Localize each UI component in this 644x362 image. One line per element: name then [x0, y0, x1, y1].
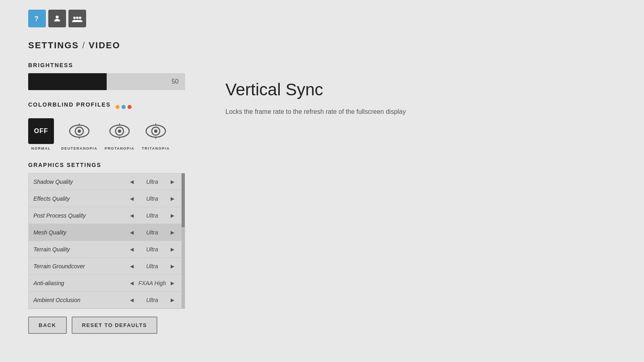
- svg-point-3: [76, 16, 78, 19]
- page-title-suffix: VIDEO: [89, 40, 120, 50]
- colorblind-dots: [116, 105, 132, 109]
- row-label-effects-quality: Effects Quality: [33, 195, 128, 202]
- row-value: Ultra: [136, 212, 168, 219]
- row-left-arrow[interactable]: ◀: [128, 194, 136, 203]
- colorblind-options: OFF NORMAL DEUTERANOPIA: [28, 118, 221, 150]
- svg-point-7: [78, 130, 81, 133]
- dot-red: [128, 105, 132, 109]
- svg-point-2: [73, 16, 76, 19]
- eye-tritanopia: [143, 118, 169, 144]
- svg-point-4: [79, 16, 81, 19]
- brightness-label: BRIGHTNESS: [28, 62, 221, 68]
- colorblind-option-protanopia[interactable]: PROTANOPIA: [105, 118, 134, 150]
- row-left-arrow[interactable]: ◀: [128, 177, 136, 186]
- colorblind-option-normal[interactable]: OFF NORMAL: [28, 118, 54, 150]
- page-title-separator: /: [79, 40, 89, 50]
- colorblind-section: COLORBLIND PROFILES OFF NORMAL: [28, 101, 221, 150]
- graphics-row[interactable]: Mesh Quality◀Ultra▶: [29, 224, 185, 241]
- info-description: Locks the frame rate to the refresh rate…: [225, 107, 467, 117]
- row-right-arrow[interactable]: ▶: [168, 296, 177, 304]
- brightness-value: 50: [171, 78, 179, 85]
- back-button[interactable]: BACK: [28, 317, 67, 334]
- graphics-row[interactable]: Ambient Occlusion◀Ultra▶: [29, 292, 185, 309]
- scrollbar[interactable]: [182, 173, 185, 309]
- colorblind-option-tritanopia[interactable]: TRITANOPIA: [142, 118, 169, 150]
- row-left-arrow[interactable]: ◀: [128, 262, 136, 271]
- row-label-post-process-quality: Post Process Quality: [33, 212, 128, 219]
- row-left-arrow[interactable]: ◀: [128, 245, 136, 254]
- row-left-arrow[interactable]: ◀: [128, 228, 136, 237]
- row-label-terrain-groundcover: Terrain Groundcover: [33, 263, 128, 269]
- brightness-fill: [28, 73, 107, 90]
- svg-point-1: [56, 16, 58, 19]
- brightness-slider[interactable]: 50: [28, 73, 185, 90]
- eye-deuteranopia: [66, 118, 92, 144]
- graphics-list: Shadow Quality◀Ultra▶Effects Quality◀Ult…: [28, 173, 185, 309]
- row-left-arrow[interactable]: ◀: [128, 296, 136, 304]
- row-value: Ultra: [136, 246, 168, 253]
- row-value: Ultra: [136, 263, 168, 269]
- colorblind-header: COLORBLIND PROFILES: [28, 101, 221, 113]
- page-title: SETTINGS / VIDEO: [28, 40, 221, 51]
- colorblind-option-deuteranopia[interactable]: DEUTERANOPIA: [61, 118, 97, 150]
- graphics-row[interactable]: Terrain Quality◀Ultra▶: [29, 241, 185, 258]
- main-content: SETTINGS / VIDEO BRIGHTNESS 50 COLORBLIN…: [28, 40, 221, 317]
- row-right-arrow[interactable]: ▶: [168, 177, 177, 186]
- eye-protanopia: [107, 118, 132, 144]
- row-value: Ultra: [136, 297, 168, 303]
- graphics-row[interactable]: Effects Quality◀Ultra▶: [29, 190, 185, 207]
- group-icon-button[interactable]: [68, 10, 86, 27]
- row-right-arrow[interactable]: ▶: [168, 211, 177, 220]
- off-button[interactable]: OFF: [28, 118, 54, 144]
- graphics-row[interactable]: Terrain Groundcover◀Ultra▶: [29, 258, 185, 275]
- row-right-arrow[interactable]: ▶: [168, 279, 177, 288]
- page-title-prefix: SETTINGS: [28, 40, 79, 50]
- scroll-thumb[interactable]: [182, 173, 185, 227]
- graphics-label: GRAPHICS SETTINGS: [28, 162, 221, 168]
- brightness-section: BRIGHTNESS 50: [28, 62, 221, 90]
- row-label-anti-aliasing: Anti-aliasing: [33, 280, 128, 286]
- row-right-arrow[interactable]: ▶: [168, 245, 177, 254]
- bottom-buttons: BACK RESET TO DEFAULTS: [28, 317, 157, 334]
- row-left-arrow[interactable]: ◀: [128, 279, 136, 288]
- row-left-arrow[interactable]: ◀: [128, 211, 136, 220]
- svg-point-17: [154, 130, 157, 133]
- row-value: Ultra: [136, 179, 168, 185]
- row-right-arrow[interactable]: ▶: [168, 262, 177, 271]
- colorblind-label-deuteranopia: DEUTERANOPIA: [61, 146, 97, 150]
- graphics-section: GRAPHICS SETTINGS Shadow Quality◀Ultra▶E…: [28, 162, 221, 309]
- colorblind-label-protanopia: PROTANOPIA: [105, 146, 134, 150]
- svg-text:?: ?: [35, 15, 39, 22]
- row-label-mesh-quality: Mesh Quality: [33, 229, 128, 236]
- row-value: FXAA High: [136, 280, 168, 286]
- row-value: Ultra: [136, 195, 168, 202]
- colorblind-label: COLORBLIND PROFILES: [28, 101, 111, 108]
- graphics-row[interactable]: Anti-aliasing◀FXAA High▶: [29, 275, 185, 292]
- svg-point-12: [118, 130, 121, 133]
- row-label-terrain-quality: Terrain Quality: [33, 246, 128, 253]
- top-bar: ?: [28, 10, 86, 27]
- graphics-row[interactable]: Shadow Quality◀Ultra▶: [29, 173, 185, 190]
- row-value: Ultra: [136, 229, 168, 236]
- question-icon-button[interactable]: ?: [28, 10, 46, 27]
- row-label-shadow-quality: Shadow Quality: [33, 179, 128, 185]
- row-right-arrow[interactable]: ▶: [168, 194, 177, 203]
- reset-to-defaults-button[interactable]: RESET TO DEFAULTS: [72, 317, 158, 334]
- info-title: Vertical Sync: [225, 80, 467, 99]
- colorblind-label-normal: NORMAL: [31, 146, 51, 150]
- user-icon-button[interactable]: [48, 10, 66, 27]
- graphics-row[interactable]: Post Process Quality◀Ultra▶: [29, 207, 185, 224]
- row-label-ambient-occlusion: Ambient Occlusion: [33, 297, 128, 303]
- dot-blue: [122, 105, 126, 109]
- info-panel: Vertical Sync Locks the frame rate to th…: [225, 80, 467, 117]
- dot-orange: [116, 105, 120, 109]
- row-right-arrow[interactable]: ▶: [168, 228, 177, 237]
- colorblind-label-tritanopia: TRITANOPIA: [142, 146, 169, 150]
